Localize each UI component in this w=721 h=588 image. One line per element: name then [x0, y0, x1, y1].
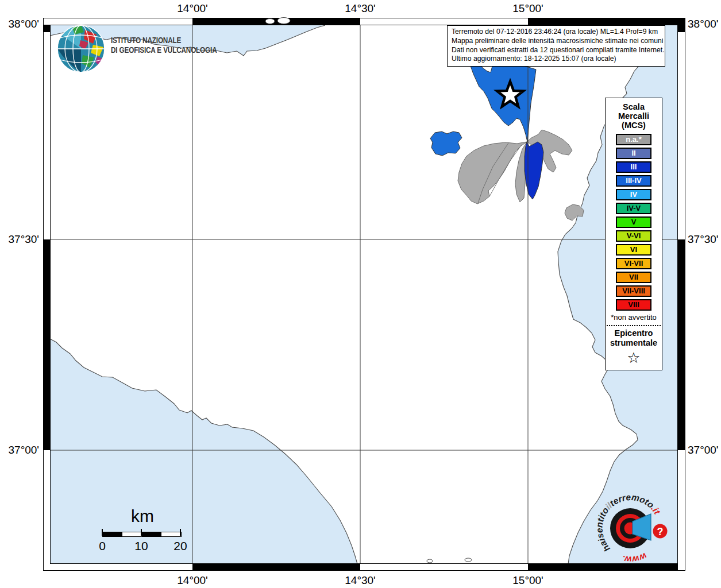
legend-item-V-VI: V-VI: [616, 230, 651, 242]
logo-text-terremoto: terremoto: [608, 492, 656, 510]
legend-item-IV: IV: [616, 189, 651, 200]
legend-item-n.a.*: n.a.*: [616, 134, 651, 145]
lat-label-right-37-00: 37°00': [688, 444, 721, 457]
logo-text-www: www.: [621, 551, 649, 565]
earthquake-info-box: Terremoto del 07-12-2016 23:46:24 (ora l…: [447, 25, 665, 67]
scalebar-seg3: [142, 532, 161, 536]
municipalities-na: [458, 130, 584, 220]
legend-item-VI-VII: VI-VII: [616, 258, 651, 269]
legend-divider: [607, 325, 661, 326]
legend-title-line1: Scala: [606, 102, 662, 111]
scalebar-tick-20: [180, 529, 181, 536]
scalebar-label-0: 0: [91, 539, 114, 553]
legend-item-III-IV: III-IV: [616, 175, 651, 187]
haisentito-logo: haisentitoilterremoto.it www. ?: [589, 487, 675, 570]
legend-title-line3: (MCS): [606, 121, 662, 130]
lat-label-left-37-00: 37°00': [0, 444, 39, 457]
scalebar-label-20: 20: [169, 539, 192, 553]
lat-label-right-37-30: 37°30': [688, 233, 721, 246]
legend-item-VII: VII: [616, 272, 651, 283]
scalebar-label-10: 10: [130, 539, 153, 553]
legend-item-V: V: [616, 216, 651, 228]
scalebar: [102, 532, 182, 537]
sea-south: [50, 339, 357, 564]
legend-epicenter-line2: strumentale: [606, 338, 662, 348]
info-line-updated: Ultimo aggiornamento: 18-12-2025 15:07 (…: [452, 55, 661, 64]
legend-epicenter-line1: Epicentro: [606, 328, 662, 338]
scalebar-title: km: [102, 506, 183, 526]
legend-item-VII-VIII: VII-VIII: [616, 285, 651, 297]
legend-item-III: III: [616, 161, 651, 173]
lat-label-left-37-30: 37°30': [0, 233, 39, 246]
lon-label-bottom-15-00: 15°00': [502, 574, 554, 587]
ingv-line2: DI GEOFISICA E VULCANOLOGIA: [111, 45, 217, 55]
scalebar-seg2: [122, 532, 142, 536]
ingv-logo-text: ISTITUTO NAZIONALE DI GEOFISICA E VULCAN…: [111, 36, 217, 55]
legend-title: Scala Mercalli (MCS): [606, 98, 662, 134]
question-mark-icon: ?: [657, 526, 664, 537]
lon-label-top-14-00: 14°00': [167, 2, 218, 15]
legend-epicenter-title: Epicentro strumentale: [606, 328, 662, 348]
info-line-event: Terremoto del 07-12-2016 23:46:24 (ora l…: [452, 28, 661, 37]
municipality-west-blue: [430, 131, 462, 156]
info-line-data: Dati non verificati estratti da 12 quest…: [452, 46, 661, 55]
legend-title-line2: Mercalli: [606, 111, 662, 121]
ingv-globe-logo: [55, 23, 107, 75]
epicenter-star-icon: ☆: [606, 349, 662, 366]
macroseismic-map-page: 14°00' 14°30' 15°00' 14°00' 14°30' 15°00…: [0, 0, 721, 588]
ingv-line1: ISTITUTO NAZIONALE: [111, 36, 217, 45]
legend-item-VI: VI: [616, 244, 651, 256]
legend-item-IV-V: IV-V: [616, 203, 651, 214]
municipality-iii: [525, 142, 543, 199]
lat-label-right-38-00: 38°00': [688, 18, 721, 30]
scalebar-seg1: [103, 532, 122, 536]
lon-label-bottom-14-00: 14°00': [167, 574, 218, 587]
lon-label-top-15-00: 15°00': [502, 2, 554, 15]
legend-item-VIII: VIII: [616, 299, 651, 311]
legend-item-II: II: [616, 148, 651, 159]
scalebar-tick-0: [102, 529, 103, 536]
logo-text-haisentito: haisentito: [594, 505, 612, 554]
scalebar-tick-10: [141, 529, 142, 536]
lon-label-bottom-14-30: 14°30': [334, 574, 386, 587]
legend-items: n.a.*IIIIIIII-IVIVIV-VVV-VIVIVI-VIIVIIVI…: [606, 134, 662, 311]
legend-footnote: *non avvertito: [606, 313, 662, 322]
lat-label-left-38-00: 38°00': [0, 18, 39, 30]
mcs-legend: Scala Mercalli (MCS) n.a.*IIIIIIII-IVIVI…: [605, 98, 662, 370]
info-line-map: Mappa preliminare delle intensità macros…: [452, 37, 661, 46]
scalebar-seg4: [161, 532, 181, 536]
lon-label-top-14-30: 14°30': [334, 2, 386, 15]
